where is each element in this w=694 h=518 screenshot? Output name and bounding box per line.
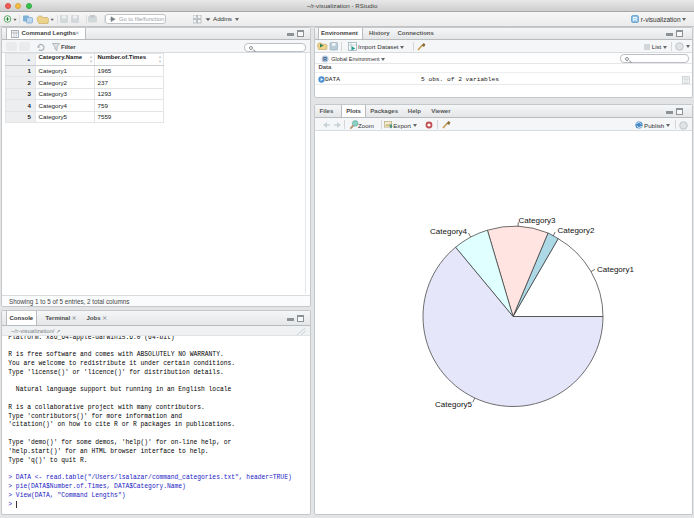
svg-text:Category4: Category4 bbox=[430, 227, 467, 236]
svg-text:R: R bbox=[633, 16, 638, 22]
svg-text:Category5: Category5 bbox=[435, 400, 472, 409]
svg-text:R: R bbox=[323, 56, 327, 62]
svg-text:Category2: Category2 bbox=[558, 226, 595, 235]
svg-text:Category3: Category3 bbox=[519, 216, 556, 225]
svg-text:Category1: Category1 bbox=[597, 265, 634, 274]
